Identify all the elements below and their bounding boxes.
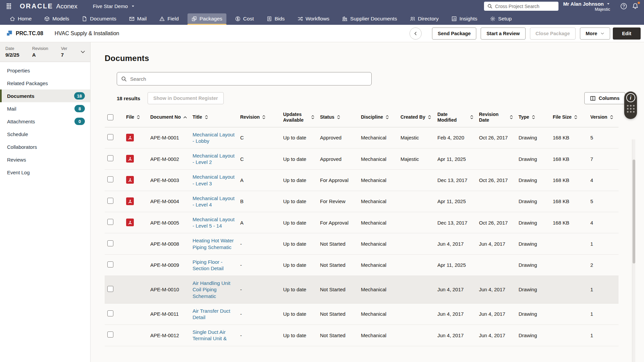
nav-item-setup[interactable]: Setup <box>486 13 516 24</box>
document-title-link[interactable]: Air Transfer Duct Detail <box>193 308 230 320</box>
sidebar-item-attachments[interactable]: Attachments0 <box>0 115 90 128</box>
column-header-revision[interactable]: Revision <box>237 108 280 127</box>
more-button[interactable]: More <box>580 27 610 40</box>
workflows-icon <box>298 16 303 21</box>
sidebar-item-related-packages[interactable]: Related Packages <box>0 77 90 89</box>
cross-project-search-input[interactable] <box>495 4 555 9</box>
cell-file <box>123 254 148 276</box>
close-package-button[interactable]: Close Package <box>530 27 576 40</box>
document-title-link[interactable]: Air Handling Unit Coil Piping Schematic <box>193 280 230 299</box>
row-checkbox[interactable] <box>107 176 113 182</box>
nav-item-workflows[interactable]: Workflows <box>293 13 333 24</box>
cell-size <box>550 233 588 254</box>
column-header-type[interactable]: Type <box>516 108 550 127</box>
row-checkbox[interactable] <box>107 331 113 338</box>
row-checkbox[interactable] <box>107 219 113 225</box>
table-scrollbar[interactable] <box>632 139 635 362</box>
documents-search[interactable] <box>117 72 372 85</box>
column-header-no[interactable]: Document No <box>148 108 190 127</box>
back-button[interactable] <box>410 27 422 40</box>
column-header-created_by[interactable]: Created By <box>398 108 435 127</box>
show-in-register-button[interactable]: Show in Document Register <box>148 92 224 104</box>
sidebar-item-label: Reviews <box>7 157 26 163</box>
nav-item-cost[interactable]: Cost <box>231 13 258 24</box>
sidebar-item-properties[interactable]: Properties <box>0 64 90 77</box>
columns-button[interactable]: Columns <box>584 92 625 104</box>
sidebar-item-event-log[interactable]: Event Log <box>0 166 90 179</box>
button-label: Send Package <box>438 31 471 36</box>
document-title-link[interactable]: Mechanical Layout - Level 5 - 14 <box>193 217 234 229</box>
column-header-modified[interactable]: Date Modified <box>435 108 476 127</box>
nav-item-directory[interactable]: Directory <box>406 13 443 24</box>
cell-select <box>105 212 123 233</box>
sidebar-item-collaborators[interactable]: Collaborators <box>0 140 90 153</box>
document-title-link[interactable]: Piping Floor - Section Detail <box>193 259 224 271</box>
document-title-link[interactable]: Mechanical Layout - Lobby <box>193 132 234 144</box>
send-package-button[interactable]: Send Package <box>432 27 476 40</box>
user-organization: Majestic <box>563 7 610 12</box>
document-title-link[interactable]: Mechanical Layout - Level 2 <box>193 153 234 165</box>
row-checkbox[interactable] <box>107 286 113 292</box>
row-checkbox[interactable] <box>107 198 113 204</box>
column-header-version[interactable]: Version <box>588 108 619 127</box>
sidebar-item-mail[interactable]: Mail8 <box>0 102 90 115</box>
chevron-down-icon[interactable] <box>80 49 86 55</box>
info-icon[interactable]: i <box>626 93 635 102</box>
nav-item-insights[interactable]: Insights <box>447 13 481 24</box>
user-menu[interactable]: Mr Alan Johnson Majestic <box>563 1 610 12</box>
cell-status: Not Started <box>317 303 358 324</box>
project-switcher[interactable]: Five Star Demo <box>93 3 135 9</box>
sidebar-item-documents[interactable]: Documents18 <box>0 89 90 102</box>
nav-item-models[interactable]: Models <box>40 13 73 24</box>
sidebar-item-schedule[interactable]: Schedule <box>0 128 90 140</box>
cell-discipline: Mechanical <box>358 170 398 191</box>
app-grid-icon[interactable] <box>7 3 12 9</box>
cell-type: Drawing <box>516 276 550 304</box>
document-title-link[interactable]: Mechanical Layout - Level 4 <box>193 195 234 207</box>
document-title-link[interactable]: Heating Hot Water Piping Schematic <box>193 238 234 250</box>
scrollbar-thumb[interactable] <box>633 160 635 263</box>
pdf-file-icon[interactable] <box>126 134 134 141</box>
notifications-bell-icon[interactable] <box>632 3 639 10</box>
chevron-left-icon <box>413 31 418 36</box>
column-header-title[interactable]: Title <box>190 108 237 127</box>
select-all-checkbox[interactable] <box>107 114 113 120</box>
models-icon <box>44 16 50 21</box>
row-checkbox[interactable] <box>107 155 113 161</box>
column-header-status[interactable]: Status <box>317 108 358 127</box>
row-checkbox[interactable] <box>107 310 113 316</box>
brand-oracle: ORACLE <box>20 2 53 10</box>
sidebar-item-reviews[interactable]: Reviews <box>0 153 90 166</box>
start-a-review-button[interactable]: Start a Review <box>481 27 525 40</box>
nav-item-documents[interactable]: Documents <box>78 13 120 24</box>
guided-learning-widget[interactable]: i <box>624 92 637 119</box>
cross-project-search[interactable] <box>484 2 558 11</box>
meta-revision-value: A <box>32 52 48 58</box>
nav-item-mail[interactable]: Mail <box>125 13 151 24</box>
edit-button[interactable]: Edit <box>613 27 641 40</box>
cell-file <box>123 148 148 169</box>
document-title-link[interactable]: Mechanical Layout - Level 3 <box>193 174 234 186</box>
pdf-file-icon[interactable] <box>126 176 134 184</box>
nav-item-home[interactable]: Home <box>6 13 36 24</box>
documents-search-input[interactable] <box>130 76 367 82</box>
column-header-file[interactable]: File <box>123 108 148 127</box>
nav-item-supplier-documents[interactable]: Supplier Documents <box>338 13 401 24</box>
column-header-updates[interactable]: Updates Available <box>280 108 317 127</box>
select-all-header[interactable] <box>105 108 123 127</box>
pdf-file-icon[interactable] <box>126 155 134 163</box>
package-header: PRC.TC.08 HVAC Supply & Installation Sen… <box>0 25 644 42</box>
column-header-revision_date[interactable]: Revision Date <box>476 108 516 127</box>
pdf-file-icon[interactable] <box>126 197 134 205</box>
column-header-discipline[interactable]: Discipline <box>358 108 398 127</box>
column-header-size[interactable]: File Size <box>550 108 588 127</box>
nav-item-field[interactable]: Field <box>155 13 183 24</box>
help-icon[interactable] <box>620 3 627 10</box>
row-checkbox[interactable] <box>107 261 113 267</box>
document-title-link[interactable]: Single Duct Air Terminal Unit & <box>193 329 227 341</box>
pdf-file-icon[interactable] <box>126 219 134 226</box>
row-checkbox[interactable] <box>107 134 113 140</box>
row-checkbox[interactable] <box>107 240 113 246</box>
nav-item-bids[interactable]: Bids <box>263 13 289 24</box>
nav-item-packages[interactable]: Packages <box>187 13 226 24</box>
